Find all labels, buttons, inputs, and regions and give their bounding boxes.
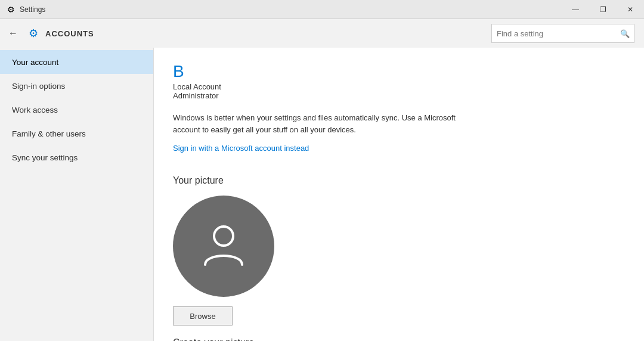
search-button[interactable]: 🔍 <box>616 24 634 42</box>
search-input[interactable] <box>492 24 616 42</box>
account-role: Administrator <box>173 91 625 100</box>
svg-point-0 <box>214 227 233 246</box>
create-picture-heading: Create your picture <box>173 337 625 341</box>
sidebar-item-sign-in-options[interactable]: Sign-in options <box>0 74 153 98</box>
titlebar-left: ⚙ Settings <box>7 5 45 14</box>
maximize-button[interactable]: ❐ <box>589 0 617 19</box>
search-box: 🔍 <box>491 24 634 43</box>
header-bar: ← ⚙ ACCOUNTS 🔍 <box>0 19 644 48</box>
settings-window-icon: ⚙ <box>7 5 15 14</box>
header-left: ← ⚙ ACCOUNTS <box>30 25 94 42</box>
back-button[interactable]: ← <box>5 25 21 42</box>
person-icon <box>197 218 250 274</box>
avatar-circle <box>173 196 274 297</box>
sidebar-item-label: Sync your settings <box>12 153 78 162</box>
account-type: Local Account <box>173 82 625 91</box>
sidebar-item-family-other-users[interactable]: Family & other users <box>0 122 153 145</box>
content-area: B Local Account Administrator Windows is… <box>154 48 644 341</box>
titlebar: ⚙ Settings — ❐ ✕ <box>0 0 644 19</box>
your-picture-heading: Your picture <box>173 175 625 186</box>
accounts-heading: ACCOUNTS <box>45 29 94 38</box>
minimize-button[interactable]: — <box>562 0 589 19</box>
sidebar-item-label: Sign-in options <box>12 82 65 91</box>
titlebar-title: Settings <box>20 5 45 14</box>
sidebar: Your account Sign-in options Work access… <box>0 48 154 341</box>
sidebar-item-label: Family & other users <box>12 129 86 138</box>
sidebar-item-your-account[interactable]: Your account <box>0 50 153 74</box>
sidebar-item-label: Work access <box>12 106 58 114</box>
close-button[interactable]: ✕ <box>617 0 644 19</box>
ms-account-link[interactable]: Sign in with a Microsoft account instead <box>173 144 309 153</box>
sidebar-item-label: Your account <box>12 58 58 67</box>
titlebar-controls: — ❐ ✕ <box>562 0 644 19</box>
sidebar-item-sync-settings[interactable]: Sync your settings <box>0 145 153 169</box>
sidebar-item-work-access[interactable]: Work access <box>0 98 153 122</box>
info-paragraph: Windows is better when your settings and… <box>173 112 483 135</box>
browse-button[interactable]: Browse <box>173 306 233 326</box>
account-initial: B <box>173 62 625 81</box>
gear-icon: ⚙ <box>29 27 38 40</box>
main-layout: Your account Sign-in options Work access… <box>0 48 644 341</box>
